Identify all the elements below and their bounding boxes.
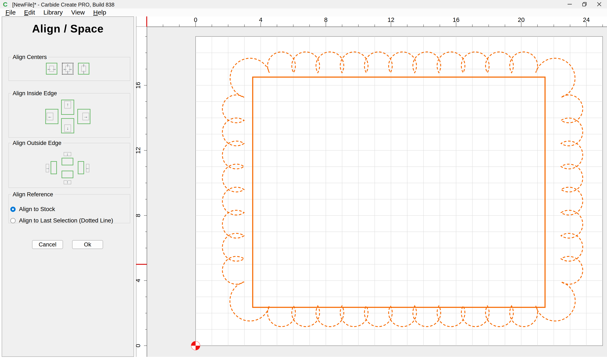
align-inside-edge-label: Align Inside Edge — [11, 90, 59, 97]
up-arrow-icon: ↑ — [66, 63, 69, 68]
close-icon — [597, 2, 602, 7]
left-ruler-label: 0 — [136, 344, 141, 347]
design-canvas: 048121620241612840 — [136, 16, 607, 357]
target-rect-glyph — [62, 171, 73, 178]
align-reference-label: Align Reference — [11, 191, 55, 198]
menu-item-edit[interactable]: Edit — [21, 8, 38, 16]
left-arrow-icon: ← — [47, 113, 53, 120]
down-arrow-icon: ↓ — [64, 152, 71, 156]
menu-bar: FileEditLibraryViewHelp — [0, 8, 607, 16]
radio-selected-icon[interactable] — [10, 207, 16, 212]
radio-unselected-icon[interactable] — [10, 218, 16, 223]
align-centers-vertical-button[interactable]: ↑↓ — [78, 63, 89, 75]
radio-option-align-to-last-selection[interactable]: Align to Last Selection (Dotted Line) — [10, 217, 113, 224]
top-ruler-label: 16 — [453, 16, 460, 23]
origin-marker — [191, 341, 200, 350]
target-rect-glyph — [78, 161, 84, 174]
top-ruler-label: 24 — [583, 16, 590, 23]
menu-item-view[interactable]: View — [68, 8, 88, 16]
left-ruler: 1612840 — [136, 27, 147, 357]
app-logo-icon: C — [3, 1, 8, 8]
minimize-icon — [567, 2, 572, 7]
minimize-button[interactable] — [563, 0, 577, 8]
restore-button[interactable] — [578, 0, 591, 8]
left-ruler-label: 16 — [136, 82, 141, 89]
align-outside-top-button[interactable]: ↓ — [62, 152, 75, 167]
menu-item-file[interactable]: File — [2, 8, 19, 16]
left-ruler-label: 8 — [136, 214, 141, 217]
align-outside-left-button[interactable]: → — [46, 161, 58, 175]
down-arrow-icon: ↓ — [66, 70, 69, 74]
align-outside-bottom-button[interactable]: ↑ — [62, 171, 75, 184]
down-arrow-icon: ↓ — [83, 70, 85, 74]
up-arrow-icon: ↑ — [83, 63, 85, 68]
top-ruler-label: 12 — [388, 16, 394, 23]
top-ruler: 04812162024 — [136, 16, 607, 27]
top-ruler-label: 8 — [324, 16, 328, 23]
align-outside-edge-group: Align Outside Edge ↓→←↑ — [8, 143, 130, 188]
right-arrow-icon: → — [46, 164, 49, 172]
right-arrow-icon: → — [82, 113, 89, 120]
align-centers-horizontal-button[interactable]: ←→ — [46, 63, 57, 75]
align-outside-edge-label: Align Outside Edge — [11, 140, 63, 146]
restore-icon — [582, 2, 587, 7]
target-rect-glyph — [62, 158, 73, 165]
top-ruler-label: 20 — [518, 16, 525, 23]
align-centers-label: Align Centers — [11, 54, 49, 60]
close-button[interactable] — [592, 0, 606, 8]
align-inside-edge-group: Align Inside Edge ↑←→↓ — [8, 93, 130, 138]
menu-item-library[interactable]: Library — [40, 8, 66, 16]
align-centers-group: Align Centers ←→←→↑↓↑↓ — [8, 57, 130, 81]
align-reference-group: Align Reference Align to StockAlign to L… — [8, 194, 130, 223]
left-ruler-label: 4 — [136, 279, 141, 282]
window-title: [NewFile]* - Carbide Create PRO, Build 8… — [12, 2, 114, 8]
radio-label: Align to Last Selection (Dotted Line) — [19, 217, 113, 224]
align-inside-left-button[interactable]: ← — [45, 109, 58, 124]
top-ruler-label: 4 — [259, 16, 262, 23]
radio-option-align-to-stock[interactable]: Align to Stock — [10, 206, 55, 213]
left-ruler-label: 12 — [136, 147, 141, 154]
cancel-button[interactable]: Cancel — [32, 240, 63, 249]
align-inside-bottom-button[interactable]: ↓ — [61, 118, 74, 133]
left-arrow-icon: ← — [86, 164, 89, 172]
align-centers-both-button[interactable]: ←→↑↓ — [62, 63, 73, 75]
right-arrow-icon: → — [52, 66, 56, 71]
ok-button[interactable]: Ok — [72, 240, 103, 249]
align-inside-right-button[interactable]: → — [77, 109, 91, 124]
align-outside-right-button[interactable]: ← — [78, 161, 90, 175]
up-arrow-icon: ↑ — [64, 101, 71, 108]
left-arrow-icon: ← — [47, 66, 52, 71]
up-arrow-icon: ↑ — [64, 180, 71, 184]
top-ruler-label: 0 — [194, 16, 197, 23]
menu-item-help[interactable]: Help — [90, 8, 109, 16]
down-arrow-icon: ↓ — [64, 125, 71, 132]
stock-grid — [196, 37, 603, 346]
align-inside-top-button[interactable]: ↑ — [61, 100, 74, 115]
radio-label: Align to Stock — [19, 206, 55, 213]
align-space-panel: Align / Space Align Centers ←→←→↑↓↑↓ Ali… — [2, 16, 134, 357]
title-bar: C [NewFile]* - Carbide Create PRO, Build… — [0, 0, 607, 8]
panel-title: Align / Space — [2, 22, 134, 35]
target-rect-glyph — [51, 161, 57, 174]
